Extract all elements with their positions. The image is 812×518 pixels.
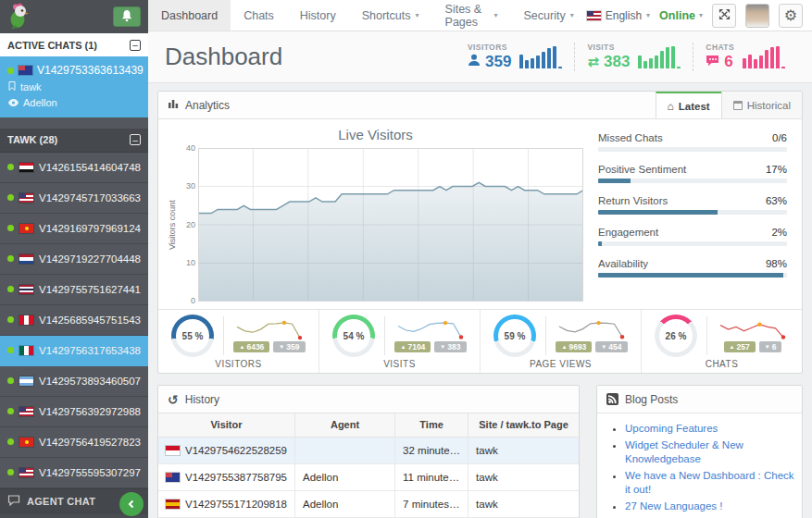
usa-flag-icon	[19, 468, 33, 477]
blog-posts-panel: Blog Posts Upcoming FeaturesWidget Sched…	[596, 385, 803, 518]
blog-post-link[interactable]: Upcoming Features	[625, 423, 718, 434]
fullscreen-button[interactable]	[712, 4, 736, 28]
table-row[interactable]: V1429755171209818Adellon7 minutes…tawk	[158, 490, 579, 517]
chat-visitor-id: V1429719227704448	[39, 253, 141, 265]
nav-tab-sites-pages[interactable]: Sites & Pages▾	[432, 0, 511, 31]
blog-post-item: Upcoming Features	[625, 422, 802, 436]
chat-visitor-id: V1429756317653438	[39, 345, 141, 356]
collapse-icon[interactable]: –	[130, 40, 141, 51]
sidebar-chat-item[interactable]: V1429756317653438	[0, 336, 148, 366]
analytics-tabs: ⌂LatestHistorical	[656, 92, 802, 118]
user-icon	[468, 53, 481, 71]
analytics-panel-title: Analytics	[168, 98, 230, 112]
down-triangle-icon: ▼	[440, 344, 445, 350]
collapse-sidebar-button[interactable]	[119, 492, 144, 516]
blog-post-link[interactable]: Widget Scheduler & New Knowledgebase	[625, 439, 743, 464]
collapse-icon[interactable]: –	[130, 134, 141, 145]
active-chat-item[interactable]: V1429753363613439 tawk Adellon	[0, 56, 148, 117]
nav-tab-chats[interactable]: Chats	[231, 0, 287, 31]
thailand-flag-icon	[19, 285, 33, 294]
settings-button[interactable]: ⚙	[779, 4, 803, 28]
nav-tab-shortcuts[interactable]: Shortcuts▾	[349, 0, 432, 31]
down-badge: ▼383	[434, 341, 466, 352]
metric-progress-track	[598, 179, 787, 183]
nav-tab-security[interactable]: Security▾	[511, 0, 587, 31]
column-header-agent[interactable]: Agent	[295, 413, 395, 437]
metric-progress-fill	[598, 273, 783, 278]
divider	[706, 316, 707, 355]
notification-bell-button[interactable]	[113, 6, 141, 27]
usa-flag-icon	[587, 11, 601, 20]
gauge-content: 59 %▲9693▼454	[493, 314, 628, 357]
chevron-down-icon: ▾	[699, 11, 703, 19]
tawk-group-header[interactable]: TAWK (28) –	[0, 129, 148, 153]
nav-right-controls: English ▾ Online ▾ ⚙	[587, 0, 812, 31]
metric-progress-fill	[598, 179, 631, 183]
blog-panel-header: Blog Posts	[597, 386, 802, 413]
mini-bar	[643, 61, 647, 68]
up-triangle-icon: ▲	[239, 344, 244, 350]
active-chats-section-header[interactable]: ACTIVE CHATS (1) –	[0, 33, 148, 56]
stat-value: 6	[706, 53, 734, 71]
visitor-cell-wrap: V1429755387758795	[158, 463, 295, 490]
metrics-list: Missed Chats0/6Positive Sentiment17%Retu…	[587, 125, 802, 302]
mini-bar	[666, 47, 669, 68]
sidebar-chat-item[interactable]: V1429756392972988	[0, 397, 148, 427]
chat-visitor-id: V1429573893460507	[39, 376, 141, 387]
sidebar-chat-item[interactable]: V1429169797969124	[0, 214, 148, 244]
chart-area: Visitors count 403020100	[168, 148, 583, 302]
live-visitors-chart: Live Visitors Visitors count 403020100	[158, 125, 587, 302]
analytics-tab-label: Historical	[747, 100, 791, 111]
nav-tab-label: Security	[524, 9, 566, 22]
table-row[interactable]: V1429755387758795Adellon11 minute…tawk	[158, 463, 579, 490]
chevron-down-icon: ▾	[570, 11, 574, 19]
sidebar-chat-item[interactable]: V1429719227704448	[0, 244, 148, 275]
history-panel: ↺ History VisitorAgentTimeSite / tawk.to…	[157, 385, 580, 518]
header-stat-chats: CHATS6	[693, 43, 797, 71]
bell-icon	[121, 9, 132, 25]
mexico-flag-icon	[19, 346, 33, 355]
user-avatar[interactable]	[745, 4, 769, 28]
sidebar-chat-item[interactable]: V1429755595307297	[0, 458, 148, 488]
mini-bar	[677, 67, 681, 68]
metric-row: Missed Chats0/6	[598, 132, 787, 143]
visitor-name: V1429755171209818	[185, 499, 287, 510]
chat-visitor-id: V1429755751627441	[39, 284, 141, 295]
blog-post-link[interactable]: We have a New Dashboard : Check it out!	[625, 470, 794, 495]
sparkline	[717, 319, 789, 343]
content-area: Analytics ⌂LatestHistorical Live Visitor…	[148, 83, 812, 518]
sidebar-chat-item[interactable]: V1429756419527823	[0, 427, 148, 458]
sidebar-chat-item[interactable]: V1429573893460507	[0, 366, 148, 397]
tab-historical[interactable]: Historical	[721, 92, 802, 118]
column-header-visitor[interactable]: Visitor	[158, 413, 295, 437]
analytics-body: Live Visitors Visitors count 403020100 M…	[158, 119, 802, 309]
nav-tab-dashboard[interactable]: Dashboard	[148, 0, 231, 31]
usa-flag-icon	[19, 193, 33, 203]
nav-tab-history[interactable]: History	[287, 0, 349, 31]
mini-bar	[536, 56, 540, 68]
header-stats: VISITORS359VISITS⇄383CHATS6	[456, 43, 797, 71]
language-label: English	[606, 9, 642, 22]
active-chats-title: ACTIVE CHATS (1)	[7, 40, 97, 51]
tab-latest[interactable]: ⌂Latest	[656, 92, 721, 118]
chat-icon	[706, 53, 719, 71]
sidebar-chat-item[interactable]: V1429745717033663	[0, 183, 148, 214]
chevron-left-icon	[127, 498, 136, 512]
time-cell: 7 minutes…	[395, 490, 468, 517]
blog-post-link[interactable]: 27 New Languages !	[625, 500, 723, 512]
column-header-time[interactable]: Time	[395, 413, 468, 437]
language-selector[interactable]: English ▾	[587, 9, 650, 22]
column-header-site[interactable]: Site / tawk.to Page	[468, 413, 579, 437]
argentina-flag-icon	[19, 376, 33, 386]
sidebar-chat-item[interactable]: V1429755751627441	[0, 275, 148, 305]
status-selector[interactable]: Online ▾	[659, 9, 703, 22]
mini-bar	[558, 67, 562, 68]
table-row[interactable]: V142975462252825932 minute…tawk	[158, 437, 579, 463]
stat-value: 359	[468, 53, 511, 71]
chat-visitor-id: V1429169797969124	[39, 223, 141, 234]
spain-flag-icon	[166, 500, 180, 509]
sidebar-chat-item[interactable]: V1426155414604748	[0, 153, 148, 183]
metric-progress-track	[598, 210, 787, 215]
up-triangle-icon: ▲	[561, 344, 567, 350]
sidebar-chat-item[interactable]: V1425685945751543	[0, 305, 148, 336]
